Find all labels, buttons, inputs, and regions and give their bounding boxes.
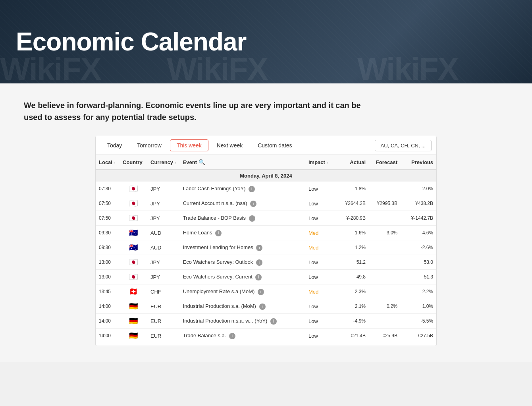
event-info-icon[interactable]: i bbox=[250, 201, 256, 207]
event-name[interactable]: Eco Watchers Survey: Current i bbox=[180, 270, 305, 284]
page-title: Economic Calendar bbox=[16, 27, 247, 56]
event-search-icon[interactable]: 🔍 bbox=[199, 159, 205, 165]
tagline: We believe in forward-planning. Economic… bbox=[24, 99, 381, 123]
event-previous: -5.5% bbox=[401, 314, 436, 329]
table-row: 14:00 🇩🇪 EUR Exports (MoM) i Low -2.0% -… bbox=[96, 343, 436, 346]
event-forecast bbox=[369, 182, 401, 196]
event-forecast bbox=[369, 270, 401, 284]
event-info-icon[interactable]: i bbox=[249, 186, 255, 192]
table-row: 07:50 🇯🇵 JPY Trade Balance - BOP Basis i… bbox=[96, 211, 436, 226]
event-forecast: ¥2995.3B bbox=[369, 196, 401, 211]
event-info-icon[interactable]: i bbox=[229, 333, 235, 339]
event-name[interactable]: Investment Lending for Homes i bbox=[180, 240, 305, 255]
table-row: 07:50 🇯🇵 JPY Current Account n.s.a. (nsa… bbox=[96, 196, 436, 211]
event-info-icon[interactable]: i bbox=[249, 215, 255, 222]
event-actual: 1.6% bbox=[337, 226, 369, 240]
th-country: Country bbox=[120, 155, 147, 170]
event-previous: 53.0 bbox=[401, 255, 436, 270]
event-previous: ¥438.2B bbox=[401, 196, 436, 211]
event-currency: JPY bbox=[147, 196, 180, 211]
table-scroll-area[interactable]: Local ↑ Country Currency ↑ Event 🔍 bbox=[96, 155, 436, 346]
main-content: We believe in forward-planning. Economic… bbox=[0, 83, 532, 362]
event-info-icon[interactable]: i bbox=[215, 230, 222, 236]
local-sort-icon: ↑ bbox=[114, 160, 116, 165]
event-previous: 2.0% bbox=[401, 182, 436, 196]
event-previous: 6.3% bbox=[401, 343, 436, 346]
event-name[interactable]: Industrial Production s.a. (MoM) i bbox=[180, 299, 305, 314]
event-actual: ¥-280.9B bbox=[337, 211, 369, 226]
event-impact: Med bbox=[305, 284, 337, 299]
event-time: 14:00 bbox=[96, 299, 120, 314]
event-impact: Low bbox=[305, 211, 337, 226]
event-actual: 49.8 bbox=[337, 270, 369, 284]
th-local: Local ↑ bbox=[96, 155, 120, 170]
event-actual: 1.2% bbox=[337, 240, 369, 255]
event-name[interactable]: Unemployment Rate s.a (MoM) i bbox=[180, 284, 305, 299]
event-time: 14:00 bbox=[96, 329, 120, 343]
event-previous: -4.6% bbox=[401, 226, 436, 240]
event-country-flag: 🇯🇵 bbox=[120, 211, 147, 226]
event-currency: EUR bbox=[147, 299, 180, 314]
event-currency: AUD bbox=[147, 226, 180, 240]
event-name[interactable]: Labor Cash Earnings (YoY) i bbox=[180, 182, 305, 196]
event-country-flag: 🇩🇪 bbox=[120, 343, 147, 346]
event-info-icon[interactable]: i bbox=[256, 259, 262, 266]
tab-bar: Today Tomorrow This week Next week Custo… bbox=[96, 136, 436, 155]
currency-sort-icon: ↑ bbox=[175, 160, 177, 165]
th-currency: Currency ↑ bbox=[147, 155, 180, 170]
event-info-icon[interactable]: i bbox=[256, 245, 262, 251]
event-time: 07:30 bbox=[96, 182, 120, 196]
event-previous: -2.6% bbox=[401, 240, 436, 255]
tab-this-week[interactable]: This week bbox=[170, 139, 208, 151]
event-info-icon[interactable]: i bbox=[259, 304, 266, 310]
event-time: 13:00 bbox=[96, 255, 120, 270]
event-actual: 2.1% bbox=[337, 299, 369, 314]
event-currency: AUD bbox=[147, 240, 180, 255]
event-country-flag: 🇩🇪 bbox=[120, 329, 147, 343]
tab-tomorrow[interactable]: Tomorrow bbox=[130, 139, 168, 151]
event-impact: Low bbox=[305, 314, 337, 329]
event-currency: JPY bbox=[147, 255, 180, 270]
event-previous: 2.2% bbox=[401, 284, 436, 299]
event-previous: 51.3 bbox=[401, 270, 436, 284]
event-actual: 1.8% bbox=[337, 182, 369, 196]
table-row: 13:45 🇨🇭 CHF Unemployment Rate s.a (MoM)… bbox=[96, 284, 436, 299]
economic-calendar-table: Local ↑ Country Currency ↑ Event 🔍 bbox=[96, 155, 436, 346]
event-impact: Low bbox=[305, 299, 337, 314]
event-info-icon[interactable]: i bbox=[255, 274, 262, 280]
event-currency: JPY bbox=[147, 211, 180, 226]
table-row: 13:00 🇯🇵 JPY Eco Watchers Survey: Curren… bbox=[96, 270, 436, 284]
event-info-icon[interactable]: i bbox=[270, 318, 277, 325]
country-filter-button[interactable]: AU, CA, CH, CN, ... bbox=[375, 140, 432, 151]
event-currency: JPY bbox=[147, 270, 180, 284]
table-row: 09:30 🇦🇺 AUD Investment Lending for Home… bbox=[96, 240, 436, 255]
th-previous: Previous bbox=[401, 155, 436, 170]
tab-next-week[interactable]: Next week bbox=[210, 139, 249, 151]
event-forecast: €25.9B bbox=[369, 329, 401, 343]
event-forecast: -0.8% bbox=[369, 343, 401, 346]
event-forecast bbox=[369, 314, 401, 329]
impact-sort-icon: ↑ bbox=[327, 160, 329, 165]
event-forecast bbox=[369, 255, 401, 270]
event-country-flag: 🇯🇵 bbox=[120, 196, 147, 211]
event-info-icon[interactable]: i bbox=[258, 289, 264, 295]
table-row: 09:30 🇦🇺 AUD Home Loans i Med 1.6% 3.0% … bbox=[96, 226, 436, 240]
event-name[interactable]: Trade Balance - BOP Basis i bbox=[180, 211, 305, 226]
event-name[interactable]: Trade Balance s.a. i bbox=[180, 329, 305, 343]
table-header: Local ↑ Country Currency ↑ Event 🔍 bbox=[96, 155, 436, 170]
event-name[interactable]: Industrial Production n.s.a. w... (YoY) … bbox=[180, 314, 305, 329]
event-currency: CHF bbox=[147, 284, 180, 299]
event-name[interactable]: Exports (MoM) i bbox=[180, 343, 305, 346]
event-name[interactable]: Home Loans i bbox=[180, 226, 305, 240]
event-name[interactable]: Current Account n.s.a. (nsa) i bbox=[180, 196, 305, 211]
event-time: 07:50 bbox=[96, 211, 120, 226]
event-name[interactable]: Eco Watchers Survey: Outlook i bbox=[180, 255, 305, 270]
th-event: Event 🔍 bbox=[180, 155, 305, 170]
event-forecast bbox=[369, 284, 401, 299]
event-country-flag: 🇦🇺 bbox=[120, 240, 147, 255]
table-row: 14:00 🇩🇪 EUR Industrial Production n.s.a… bbox=[96, 314, 436, 329]
tab-today[interactable]: Today bbox=[100, 139, 129, 151]
calendar-container: Today Tomorrow This week Next week Custo… bbox=[95, 136, 437, 346]
tab-group: Today Tomorrow This week Next week Custo… bbox=[100, 139, 299, 151]
tab-custom-dates[interactable]: Custom dates bbox=[251, 139, 299, 151]
